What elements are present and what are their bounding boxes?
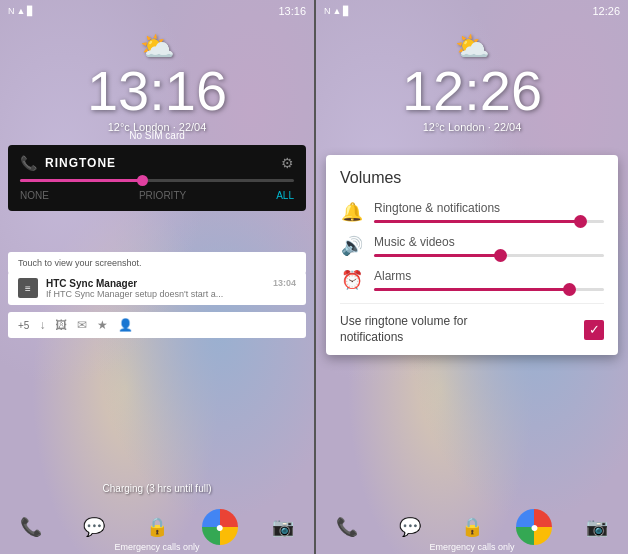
- music-vol-slider[interactable]: [374, 254, 604, 257]
- star-icon: ★: [97, 318, 108, 332]
- music-vol-fill: [374, 254, 501, 257]
- htc-icon: ≡: [18, 278, 38, 298]
- htc-title-row: HTC Sync Manager 13:04: [46, 278, 296, 289]
- download-icon[interactable]: ↓: [39, 318, 45, 332]
- alarm-vol-fill: [374, 288, 570, 291]
- clock-right: ⛅ 12:26 12°c London · 22/04: [316, 30, 628, 133]
- ringtone-settings-icon[interactable]: ⚙: [281, 155, 294, 171]
- ringtone-slider-fill: [20, 179, 143, 182]
- dock-camera-right[interactable]: 📷: [579, 509, 615, 545]
- volume-row-ringtone: 🔔 Ringtone & notifications: [340, 201, 604, 223]
- tab-all[interactable]: ALL: [276, 190, 294, 201]
- dock-lock[interactable]: 🔒: [139, 509, 175, 545]
- ringtone-slider[interactable]: [20, 179, 294, 182]
- signal-icon-right: ▲: [333, 6, 342, 16]
- volume-panel: Volumes 🔔 Ringtone & notifications 🔊 Mus…: [326, 155, 618, 355]
- screenshot-text: Touch to view your screenshot.: [18, 258, 142, 268]
- dock-phone[interactable]: 📞: [13, 509, 49, 545]
- ringtone-tabs: NONE PRIORITY ALL: [20, 190, 294, 201]
- time-left: 13:16: [278, 5, 306, 17]
- bottom-dock-left: 📞 💬 🔒 ● 📷: [0, 499, 314, 554]
- music-vol-icon: 🔊: [340, 235, 364, 257]
- time-right: 12:26: [592, 5, 620, 17]
- time-display-right: 12:26: [402, 63, 542, 119]
- use-ringtone-label: Use ringtone volume fornotifications: [340, 314, 584, 345]
- no-sim-label: No SIM card: [0, 130, 314, 141]
- alarm-vol-icon: ⏰: [340, 269, 364, 291]
- ringtone-checkbox[interactable]: ✓: [584, 320, 604, 340]
- mail-icon: ✉: [77, 318, 87, 332]
- ringtone-vol-icon: 🔔: [340, 201, 364, 223]
- notif-count: +5: [18, 320, 29, 331]
- nfc-icon-right: N: [324, 6, 331, 16]
- status-bar-right: N ▲ ▊ 12:26: [316, 0, 628, 22]
- dock-message[interactable]: 💬: [76, 509, 112, 545]
- notification-htc[interactable]: ≡ HTC Sync Manager 13:04 If HTC Sync Man…: [8, 272, 306, 305]
- music-vol-content: Music & videos: [374, 235, 604, 257]
- volume-row-alarms: ⏰ Alarms: [340, 269, 604, 291]
- dock-chrome[interactable]: ●: [202, 509, 238, 545]
- ringtone-vol-content: Ringtone & notifications: [374, 201, 604, 223]
- date-display-right: 12°c London · 22/04: [423, 121, 522, 133]
- ringtone-vol-label: Ringtone & notifications: [374, 201, 604, 215]
- ringtone-vol-fill: [374, 220, 581, 223]
- alarm-vol-slider[interactable]: [374, 288, 604, 291]
- nfc-icon: N: [8, 6, 15, 16]
- status-icons-left: N ▲ ▊: [8, 6, 34, 16]
- tab-priority[interactable]: PRIORITY: [139, 190, 186, 201]
- phone-left: N ▲ ▊ 13:16 ⛅ 13:16 12°c London · 22/04 …: [0, 0, 314, 554]
- status-icons-right: N ▲ ▊: [324, 6, 350, 16]
- image-icon: 🖼: [55, 318, 67, 332]
- music-vol-label: Music & videos: [374, 235, 604, 249]
- use-ringtone-row: Use ringtone volume fornotifications ✓: [340, 303, 604, 345]
- battery-icon: ▊: [27, 6, 34, 16]
- battery-icon-right: ▊: [343, 6, 350, 16]
- ringtone-slider-row: [20, 179, 294, 182]
- tab-none[interactable]: NONE: [20, 190, 49, 201]
- ringtone-title-row: 📞 RINGTONE: [20, 155, 116, 171]
- clock-left: ⛅ 13:16 12°c London · 22/04: [0, 30, 314, 133]
- ringtone-phone-icon: 📞: [20, 155, 37, 171]
- htc-subtitle: If HTC Sync Manager setup doesn't start …: [46, 289, 296, 299]
- volume-row-music: 🔊 Music & videos: [340, 235, 604, 257]
- phone-right: N ▲ ▊ 12:26 ⛅ 12:26 12°c London · 22/04 …: [316, 0, 628, 554]
- alarm-vol-content: Alarms: [374, 269, 604, 291]
- volume-title: Volumes: [340, 169, 604, 187]
- notification-actions[interactable]: +5 ↓ 🖼 ✉ ★ 👤: [8, 312, 306, 338]
- ringtone-panel: 📞 RINGTONE ⚙ NONE PRIORITY ALL: [8, 145, 306, 211]
- signal-icon: ▲: [17, 6, 26, 16]
- time-display-left: 13:16: [87, 63, 227, 119]
- dock-chrome-right[interactable]: ●: [516, 509, 552, 545]
- person-icon: 👤: [118, 318, 133, 332]
- ringtone-header: 📞 RINGTONE ⚙: [20, 155, 294, 171]
- dock-message-right[interactable]: 💬: [392, 509, 428, 545]
- htc-content: HTC Sync Manager 13:04 If HTC Sync Manag…: [46, 278, 296, 299]
- dock-lock-right[interactable]: 🔒: [454, 509, 490, 545]
- bottom-dock-right: 📞 💬 🔒 ● 📷: [316, 499, 628, 554]
- charging-text: Charging (3 hrs until full): [0, 483, 314, 494]
- notification-screenshot[interactable]: Touch to view your screenshot.: [8, 252, 306, 274]
- ringtone-label: RINGTONE: [45, 156, 116, 170]
- dock-camera[interactable]: 📷: [265, 509, 301, 545]
- ringtone-vol-slider[interactable]: [374, 220, 604, 223]
- dock-phone-right[interactable]: 📞: [329, 509, 365, 545]
- status-bar-left: N ▲ ▊ 13:16: [0, 0, 314, 22]
- alarm-vol-label: Alarms: [374, 269, 604, 283]
